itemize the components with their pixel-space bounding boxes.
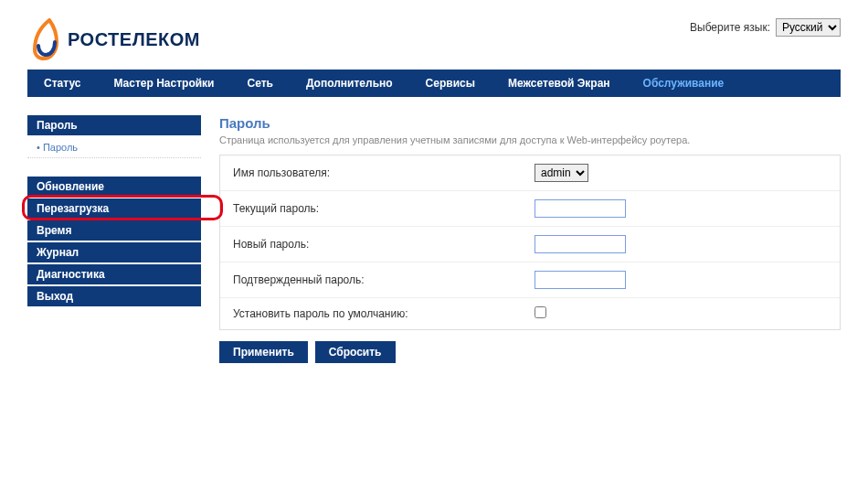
nav-item[interactable]: Обслуживание	[627, 70, 741, 97]
nav-item[interactable]: Мастер Настройки	[97, 70, 230, 97]
sidebar-item[interactable]: Диагностика	[27, 264, 201, 284]
new-password-label: Новый пароль:	[233, 238, 535, 251]
row-default-password: Установить пароль по умолчанию:	[220, 298, 840, 329]
sidebar-item[interactable]: Время	[27, 220, 201, 241]
content: Пароль Страница используется для управле…	[219, 115, 841, 363]
nav-item[interactable]: Межсетевой Экран	[492, 70, 627, 97]
form-panel: Имя пользователя: admin Текущий пароль: …	[219, 155, 841, 330]
default-password-label: Установить пароль по умолчанию:	[233, 307, 535, 320]
rostelecom-logo-icon	[27, 18, 60, 60]
page-title: Пароль	[219, 115, 841, 131]
username-label: Имя пользователя:	[233, 166, 535, 179]
sidebar-item[interactable]: Журнал	[27, 242, 201, 262]
row-confirm-password: Подтвержденный пароль:	[220, 262, 840, 298]
row-username: Имя пользователя: admin	[220, 155, 840, 191]
logo: РОСТЕЛЕКОМ	[27, 18, 200, 60]
sidebar-item[interactable]: Перезагрузка	[27, 198, 201, 219]
sidebar-sublink-label[interactable]: Пароль	[37, 142, 78, 153]
confirm-password-label: Подтвержденный пароль:	[233, 273, 535, 286]
language-selector: Выберите язык: Русский	[690, 18, 841, 37]
current-password-label: Текущий пароль:	[233, 202, 535, 215]
row-current-password: Текущий пароль:	[220, 191, 840, 227]
language-select[interactable]: Русский	[776, 18, 841, 37]
nav-item[interactable]: Сервисы	[409, 70, 492, 97]
current-password-input[interactable]	[535, 199, 626, 218]
new-password-input[interactable]	[535, 235, 626, 253]
sidebar-item[interactable]: Выход	[27, 286, 201, 306]
sidebar-group-head[interactable]: Пароль	[27, 115, 201, 135]
confirm-password-input[interactable]	[535, 271, 626, 289]
nav-item[interactable]: Дополнительно	[290, 70, 409, 97]
main-nav: СтатусМастер НастройкиСетьДополнительноС…	[27, 70, 841, 97]
sidebar-item[interactable]: Обновление	[27, 177, 201, 197]
sidebar: Пароль Пароль ОбновлениеПерезагрузкаВрем…	[27, 115, 201, 363]
reset-button[interactable]: Сбросить	[315, 341, 396, 363]
nav-item[interactable]: Сеть	[230, 70, 289, 97]
logo-text: РОСТЕЛЕКОМ	[68, 29, 200, 50]
default-password-checkbox[interactable]	[535, 306, 546, 318]
row-new-password: Новый пароль:	[220, 227, 840, 262]
page-description: Страница используется для управления уче…	[219, 134, 841, 145]
language-label: Выберите язык:	[690, 21, 770, 34]
nav-item[interactable]: Статус	[27, 70, 97, 97]
apply-button[interactable]: Применить	[219, 341, 308, 363]
sidebar-group-sublink[interactable]: Пароль	[27, 137, 201, 158]
username-select[interactable]: admin	[535, 164, 588, 182]
